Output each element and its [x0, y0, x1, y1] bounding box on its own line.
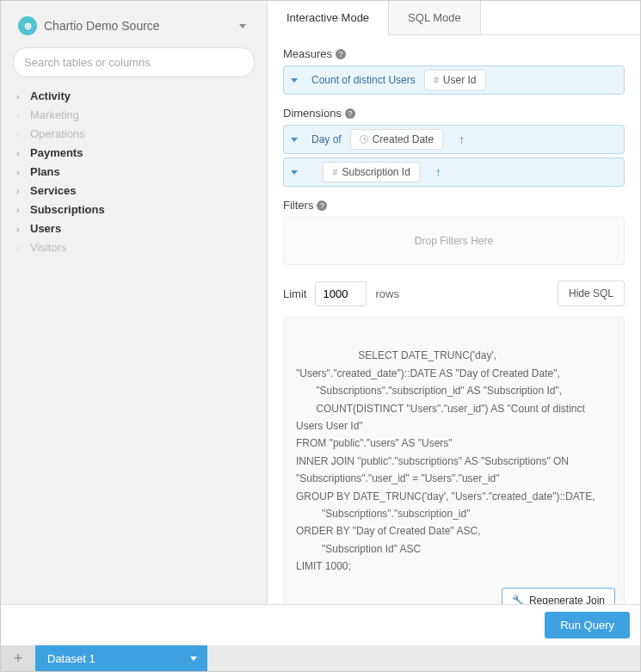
dataset-tabs: + Dataset 1	[1, 645, 640, 671]
measure-field[interactable]: # User Id	[424, 70, 486, 90]
dimension-pill[interactable]: Day of Created Date ↑	[283, 125, 625, 154]
table-item[interactable]: ›Subscriptions	[13, 201, 255, 218]
regenerate-join-button[interactable]: 🔧 Regenerate Join	[502, 588, 615, 604]
limit-label: Limit	[283, 287, 306, 300]
number-type-icon: #	[434, 75, 439, 85]
chevron-down-icon	[291, 138, 298, 142]
measure-pill[interactable]: Count of distinct Users # User Id	[283, 65, 625, 95]
chevron-right-icon: ›	[16, 186, 25, 196]
source-logo-icon: ⊕	[18, 16, 37, 35]
dimension-pill[interactable]: # Subscription Id ↑	[283, 157, 625, 187]
number-type-icon: #	[332, 167, 337, 177]
chevron-down-icon	[291, 78, 298, 83]
limit-input[interactable]	[315, 281, 367, 306]
dimension-aggregate	[303, 163, 323, 182]
chevron-down-icon	[190, 657, 197, 661]
app-window: ⊕ Chartio Demo Source ›Activity›Marketin…	[0, 0, 641, 672]
sort-asc-icon[interactable]: ↑	[443, 133, 470, 146]
sql-preview: SELECT DATE_TRUNC('day', "Users"."create…	[283, 317, 625, 604]
tab-interactive-mode[interactable]: Interactive Mode	[268, 1, 389, 35]
chevron-right-icon: ›	[16, 129, 25, 139]
chevron-right-icon: ›	[16, 91, 25, 102]
filters-label: Filters ?	[283, 199, 625, 212]
dimension-field[interactable]: Created Date	[350, 129, 443, 150]
source-dropdown[interactable]: ⊕ Chartio Demo Source	[13, 13, 255, 39]
date-type-icon	[360, 135, 368, 144]
config-pane: Interactive Mode SQL Mode Measures ? Cou…	[268, 1, 640, 604]
table-label: Services	[30, 184, 77, 197]
dimensions-label: Dimensions ?	[283, 107, 625, 120]
table-label: Users	[30, 222, 61, 235]
table-item[interactable]: ›Plans	[13, 163, 255, 180]
chevron-right-icon: ›	[16, 224, 25, 234]
tables-list: ›Activity›Marketing›Operations›Payments›…	[1, 88, 267, 256]
main-area: ⊕ Chartio Demo Source ›Activity›Marketin…	[1, 1, 640, 604]
run-query-button[interactable]: Run Query	[545, 612, 630, 638]
table-item[interactable]: ›Operations	[13, 126, 255, 142]
table-label: Operations	[30, 127, 85, 140]
table-label: Subscriptions	[30, 203, 105, 216]
chevron-right-icon: ›	[16, 148, 25, 158]
panel-body: Measures ? Count of distinct Users # Use…	[268, 35, 640, 604]
footer: Run Query + Dataset 1	[1, 604, 640, 671]
sql-text: SELECT DATE_TRUNC('day', "Users"."create…	[296, 349, 595, 572]
chevron-right-icon: ›	[16, 167, 25, 177]
table-label: Visitors	[30, 241, 66, 254]
chevron-right-icon: ›	[16, 110, 25, 120]
table-item[interactable]: ›Services	[13, 182, 255, 199]
help-icon[interactable]: ?	[345, 108, 355, 119]
chevron-down-icon	[239, 24, 246, 28]
limit-row: Limit rows Hide SQL	[283, 281, 625, 306]
table-label: Marketing	[30, 108, 79, 121]
table-item[interactable]: ›Activity	[13, 88, 255, 104]
search-input[interactable]	[13, 47, 255, 77]
table-item[interactable]: ›Marketing	[13, 107, 255, 123]
mode-tabs: Interactive Mode SQL Mode	[268, 1, 640, 35]
table-item[interactable]: ›Payments	[13, 145, 255, 161]
table-label: Plans	[30, 165, 60, 178]
sort-asc-icon[interactable]: ↑	[420, 165, 447, 179]
help-icon[interactable]: ?	[317, 200, 327, 211]
hide-sql-button[interactable]: Hide SQL	[558, 281, 625, 306]
filters-dropzone[interactable]: Drop Filters Here	[283, 217, 625, 265]
chevron-right-icon: ›	[16, 205, 25, 215]
dataset-name: Dataset 1	[47, 652, 96, 665]
measures-label: Measures ?	[283, 47, 625, 60]
tab-sql-mode[interactable]: SQL Mode	[389, 1, 481, 34]
help-icon[interactable]: ?	[336, 49, 346, 59]
chevron-right-icon: ›	[16, 243, 25, 253]
rows-label: rows	[375, 287, 398, 300]
dimension-aggregate[interactable]: Day of	[303, 130, 350, 149]
dimension-field[interactable]: # Subscription Id	[323, 162, 420, 182]
chevron-down-icon	[291, 170, 298, 175]
sidebar: ⊕ Chartio Demo Source ›Activity›Marketin…	[1, 1, 268, 604]
table-label: Activity	[30, 89, 71, 102]
wrench-icon: 🔧	[512, 595, 525, 604]
add-dataset-button[interactable]: +	[1, 645, 35, 671]
dataset-tab[interactable]: Dataset 1	[35, 645, 207, 671]
table-label: Payments	[30, 146, 83, 159]
table-item[interactable]: ›Visitors	[13, 239, 255, 256]
measure-aggregate[interactable]: Count of distinct Users	[303, 71, 424, 89]
table-item[interactable]: ›Users	[13, 220, 255, 237]
source-name: Chartio Demo Source	[44, 19, 160, 33]
